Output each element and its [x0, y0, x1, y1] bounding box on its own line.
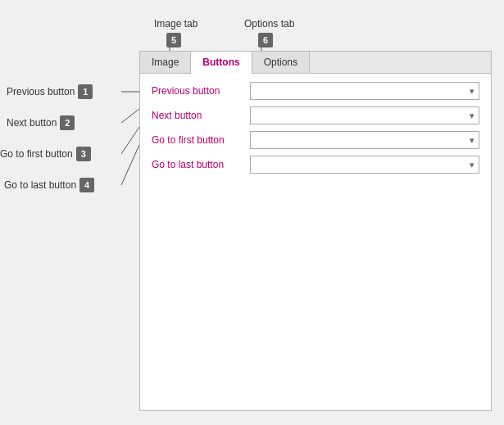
first-label-text: Go to first button	[0, 148, 73, 160]
select-wrapper-previous	[250, 82, 479, 100]
svg-line-1	[121, 109, 139, 123]
select-wrapper-last	[250, 156, 479, 174]
form-row-first: Go to first button	[152, 131, 479, 149]
last-label-text: Go to last button	[4, 179, 76, 191]
form-row-previous: Previous button	[152, 82, 479, 100]
form-area: Previous button Next button Go to first …	[140, 74, 491, 188]
previous-button-label: Previous button 1	[7, 84, 93, 99]
options-tab-top-label: Options tab	[244, 18, 294, 29]
select-wrapper-first	[250, 131, 479, 149]
badge-1: 1	[78, 84, 93, 99]
tab-badge-6: 6	[258, 33, 273, 47]
image-tab-top-label: Image tab	[154, 18, 198, 29]
next-label-text: Next button	[7, 117, 57, 129]
form-label-last: Go to last button	[152, 159, 250, 170]
form-label-next: Next button	[152, 110, 250, 121]
badge-3: 3	[76, 147, 91, 161]
last-button-label: Go to last button 4	[4, 178, 94, 192]
badge-4: 4	[79, 178, 94, 192]
tab-bar: Image Buttons Options	[140, 52, 491, 74]
select-previous[interactable]	[250, 82, 479, 100]
badge-2: 2	[60, 115, 75, 130]
tab-options[interactable]: Options	[252, 52, 310, 73]
svg-line-2	[121, 127, 139, 154]
form-label-previous: Previous button	[152, 85, 250, 97]
tab-buttons[interactable]: Buttons	[191, 52, 252, 74]
previous-label-text: Previous button	[7, 86, 75, 97]
select-next[interactable]	[250, 106, 479, 124]
select-first[interactable]	[250, 131, 479, 149]
first-button-label: Go to first button 3	[0, 147, 91, 161]
form-row-next: Next button	[152, 106, 479, 124]
select-last[interactable]	[250, 156, 479, 174]
form-row-last: Go to last button	[152, 156, 479, 174]
svg-line-3	[121, 145, 139, 185]
form-label-first: Go to first button	[152, 134, 250, 146]
select-wrapper-next	[250, 106, 479, 124]
next-button-label: Next button 2	[7, 115, 75, 130]
tab-image[interactable]: Image	[140, 52, 191, 73]
tab-badge-5: 5	[166, 33, 181, 47]
main-panel: Image Buttons Options Previous button Ne…	[139, 51, 492, 411]
